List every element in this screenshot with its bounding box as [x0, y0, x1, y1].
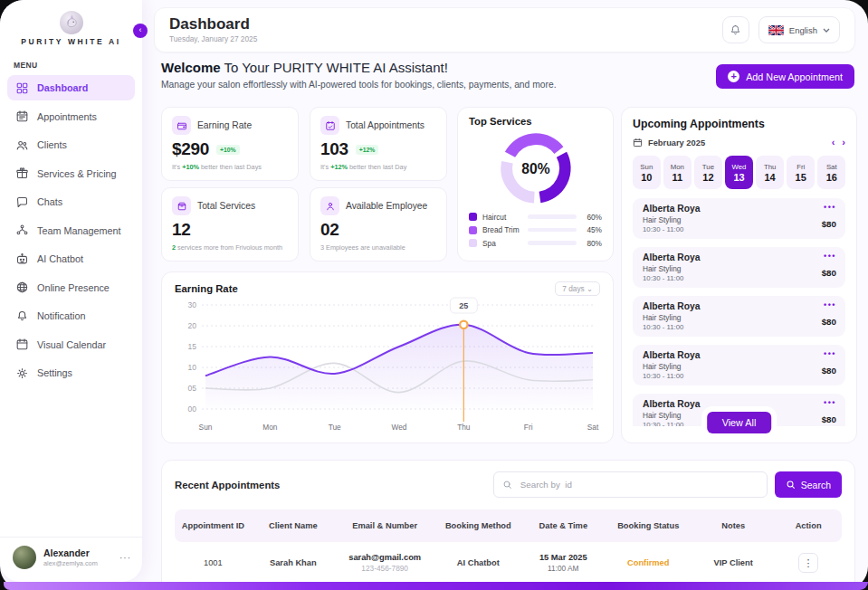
- table-header-row: Appointment IDClient NameEmail & NumberB…: [175, 509, 842, 542]
- avatar: [13, 546, 36, 569]
- day-number: 15: [796, 172, 806, 183]
- stat-title: Total Appointments: [346, 120, 424, 130]
- date-pill-mon[interactable]: Mon11: [663, 156, 692, 189]
- sidebar-item-visual-calendar[interactable]: Visual Calendar: [7, 332, 135, 357]
- appointments-table: Appointment IDClient NameEmail & NumberB…: [175, 509, 842, 584]
- top-services-donut-chart: 80%: [469, 128, 602, 208]
- appointment-card[interactable]: Alberta RoyaHair Styling10:30 - 11:00•••…: [633, 296, 845, 337]
- plus-icon: +: [728, 71, 739, 82]
- appointment-menu-dots-icon[interactable]: •••: [824, 300, 836, 309]
- box-icon: [172, 196, 191, 215]
- cell-email-number: sarah@gmail.com123-456-7890: [335, 542, 435, 584]
- sidebar-item-notification[interactable]: Notification: [7, 303, 135, 328]
- sidebar-collapse-button[interactable]: ‹: [133, 24, 148, 38]
- row-action-menu-button[interactable]: ⋮: [798, 553, 818, 573]
- sidebar-item-clients[interactable]: Clients: [7, 132, 135, 157]
- dashboard-icon: [15, 81, 29, 95]
- stat-badge: +12%: [356, 145, 379, 155]
- sidebar-item-ai-chatbot[interactable]: AI Chatbot: [7, 246, 135, 271]
- top-services-title: Top Services: [469, 116, 602, 127]
- appointment-card[interactable]: Alberta RoyaHair Styling10:30 - 11:00•••…: [633, 345, 845, 385]
- appointment-time: 10:30 - 11:00: [643, 274, 835, 282]
- svg-text:20: 20: [188, 321, 197, 330]
- date-pill-sun[interactable]: Sun10: [633, 156, 661, 189]
- app-shell: PURITY WHITE AI MENU DashboardAppointmen…: [0, 0, 868, 590]
- prev-month-icon[interactable]: ‹: [832, 138, 835, 148]
- services-icon: [15, 167, 29, 180]
- day-number: 13: [733, 172, 744, 183]
- user-profile[interactable]: Alexander alex@zemlya.com ···: [0, 537, 142, 578]
- appointment-menu-dots-icon[interactable]: •••: [824, 203, 836, 212]
- appointment-service: Hair Styling: [643, 313, 835, 322]
- sidebar-item-dashboard[interactable]: Dashboard: [7, 75, 135, 100]
- sidebar-item-chats[interactable]: Chats: [7, 189, 135, 214]
- legend-swatch: [469, 239, 477, 247]
- appointment-menu-dots-icon[interactable]: •••: [824, 398, 836, 407]
- svg-text:10: 10: [188, 363, 197, 372]
- add-new-appointment-label: Add New Appointment: [746, 71, 843, 82]
- welcome-title: Welcome To Your PURITY WHITE AI Assistan…: [161, 60, 557, 75]
- notification-bell-button[interactable]: [722, 16, 749, 43]
- column-header-email-number: Email & Number: [335, 509, 435, 542]
- cell-action: ⋮: [775, 542, 842, 584]
- sidebar-item-settings[interactable]: Settings: [7, 360, 135, 385]
- user-menu-dots-icon[interactable]: ···: [119, 553, 131, 563]
- view-all-button[interactable]: View All: [707, 412, 772, 433]
- stat-title: Available Employee: [346, 201, 427, 211]
- search-input[interactable]: [519, 479, 758, 490]
- appointment-client-name: Alberta Roya: [643, 301, 835, 311]
- legend-swatch: [469, 226, 477, 234]
- appointment-menu-dots-icon[interactable]: •••: [824, 252, 836, 261]
- sidebar-item-label: Clients: [37, 139, 67, 150]
- appointments-icon: [15, 109, 29, 123]
- date-pill-wed[interactable]: Wed13: [725, 156, 753, 189]
- sidebar-item-label: Notification: [37, 310, 85, 321]
- calendar-icon: [633, 138, 643, 148]
- search-button-label: Search: [801, 480, 831, 490]
- range-selector[interactable]: 7 days ⌄: [555, 281, 600, 296]
- date-pill-thu[interactable]: Thu14: [756, 156, 784, 189]
- appointment-card[interactable]: Alberta RoyaHair Styling10:30 - 11:00•••…: [633, 198, 845, 239]
- legend-item-spa: Spa80%: [469, 239, 602, 248]
- svg-text:Sat: Sat: [587, 423, 599, 432]
- stat-card-available-employee: Available Employee023 Employees are unav…: [310, 187, 447, 262]
- add-new-appointment-button[interactable]: + Add New Appointment: [716, 64, 854, 89]
- recent-appointments-card: Recent Appointments Search Appointment I…: [161, 460, 855, 590]
- upcoming-appointments-panel: Upcoming Appointments February 2025 ‹ › …: [621, 107, 857, 443]
- phone-text: 123-456-7890: [339, 564, 432, 573]
- appointment-price: $80: [822, 414, 836, 424]
- day-name: Tue: [702, 163, 714, 171]
- sidebar-item-team-management[interactable]: Team Management: [7, 218, 135, 243]
- cell-booking-method: AI Chatbot: [434, 547, 521, 578]
- appointment-card[interactable]: Alberta RoyaHair Styling10:30 - 11:00•••…: [633, 247, 845, 288]
- column-header-appointment-id: Appointment ID: [175, 509, 252, 542]
- person-icon: [320, 196, 339, 215]
- logo: PURITY WHITE AI: [0, 0, 142, 46]
- cell-appointment-id: 1001: [175, 547, 252, 578]
- day-number: 16: [826, 172, 837, 183]
- date-pill-tue[interactable]: Tue12: [694, 156, 722, 189]
- next-month-icon[interactable]: ›: [842, 138, 845, 148]
- earning-rate-chart: 30201510050025SunMonTueWedThuFriSat: [175, 296, 600, 437]
- earning-rate-title: Earning Rate: [175, 283, 238, 294]
- appointment-time: 10:30 - 11:00: [643, 323, 835, 331]
- language-selector[interactable]: English: [758, 16, 840, 43]
- language-label: English: [789, 25, 817, 35]
- stat-title: Total Services: [197, 201, 255, 211]
- date-pill-fri[interactable]: Fri15: [787, 156, 815, 189]
- stat-note: 2 services more from Frivolous month: [172, 243, 288, 252]
- appointment-price: $80: [822, 268, 836, 278]
- sidebar-item-appointments[interactable]: Appointments: [7, 104, 135, 129]
- top-services-legend: Haircut60%Bread Trim45%Spa80%: [469, 213, 602, 248]
- search-field: [493, 471, 768, 498]
- menu-label: MENU: [14, 61, 142, 70]
- stat-value: $290: [172, 139, 209, 159]
- settings-icon: [15, 366, 29, 380]
- legend-item-haircut: Haircut60%: [469, 213, 602, 222]
- svg-text:25: 25: [459, 301, 468, 310]
- date-pill-sat[interactable]: Sat16: [817, 156, 845, 189]
- sidebar-item-online-presence[interactable]: Online Presence: [7, 275, 135, 300]
- search-button[interactable]: Search: [775, 471, 842, 498]
- sidebar-item-services-pricing[interactable]: Services & Pricing: [7, 161, 135, 186]
- appointment-menu-dots-icon[interactable]: •••: [824, 349, 836, 358]
